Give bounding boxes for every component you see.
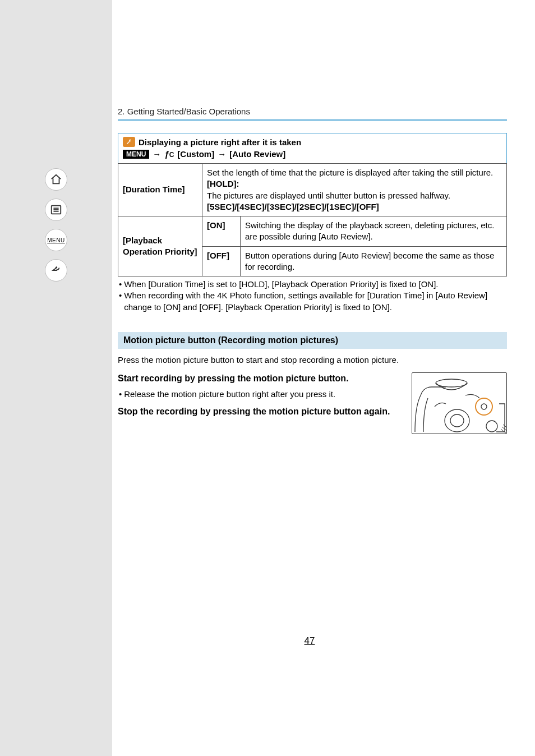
back-arrow-icon [50, 264, 62, 276]
table-row: [Duration Time] Set the length of time t… [118, 164, 507, 216]
breadcrumb: 2. Getting Started/Basic Operations [118, 107, 507, 116]
header-rule [118, 119, 507, 121]
svg-point-10 [486, 421, 497, 432]
main-content: 2. Getting Started/Basic Operations Disp… [112, 0, 535, 756]
opt-off-desc: Button operations during [Auto Review] b… [241, 246, 507, 276]
text-column: Start recording by pressing the motion p… [118, 372, 400, 423]
svg-point-6 [445, 409, 469, 432]
nav-back-button[interactable] [45, 259, 67, 282]
callout-box: Displaying a picture right after it is t… [118, 133, 507, 164]
two-column-block: Start recording by pressing the motion p… [118, 372, 507, 434]
svg-point-9 [481, 404, 487, 409]
nav-toc-button[interactable] [45, 199, 67, 221]
page-number[interactable]: 47 [112, 635, 507, 647]
arrow-1: → [153, 149, 161, 159]
toc-icon [50, 204, 62, 216]
note-1: When [Duration Time] is set to [HOLD], [… [118, 279, 507, 290]
note-2: When recording with the 4K Photo functio… [118, 290, 507, 313]
duration-time-label: [Duration Time] [118, 164, 202, 216]
opt-on: [ON] [202, 216, 241, 247]
custom-label: [Custom] [177, 149, 214, 159]
auto-review-label: [Auto Review] [229, 149, 285, 159]
duration-time-desc: Set the length of time that the picture … [202, 164, 507, 216]
table-row: [Playback Operation Priority] [ON] Switc… [118, 216, 507, 247]
section-heading: Motion picture button (Recording motion … [118, 332, 507, 349]
opt-on-desc: Switching the display of the playback sc… [241, 216, 507, 247]
fc-icon: ƒC [164, 149, 174, 159]
wrench-svg [125, 139, 133, 145]
dt-line2: The pictures are displayed until shutter… [207, 191, 450, 200]
nav-menu-button[interactable]: MENU [45, 229, 67, 251]
opt-off: [OFF] [202, 246, 241, 276]
home-icon [50, 173, 62, 186]
start-instruction: Start recording by pressing the motion p… [118, 372, 400, 385]
dt-hold: [HOLD]: [207, 179, 239, 188]
wrench-icon [123, 137, 135, 147]
intro-text: Press the motion picture button to start… [118, 354, 507, 366]
page-root: MENU 2. Getting Started/Basic Operations… [0, 0, 535, 756]
nav-home-button[interactable] [45, 168, 67, 191]
playback-priority-label: [Playback Operation Priority] [118, 216, 202, 276]
svg-point-7 [450, 414, 464, 427]
callout-title-row: Displaying a picture right after it is t… [123, 137, 502, 147]
notes-block: When [Duration Time] is set to [HOLD], [… [118, 279, 507, 313]
dt-opts: [5SEC]/[4SEC]/[3SEC]/[2SEC]/[1SEC]/[OFF] [207, 202, 379, 211]
menu-path: MENU → ƒC [Custom] → [Auto Review] [123, 149, 502, 159]
sidebar-nav: MENU [0, 0, 112, 756]
stop-instruction: Stop the recording by pressing the motio… [118, 405, 400, 418]
menu-label: MENU [47, 237, 64, 243]
arrow-2: → [218, 149, 226, 159]
camera-svg [412, 373, 507, 434]
svg-point-8 [476, 398, 492, 415]
menu-badge: MENU [123, 150, 149, 159]
callout-title-text: Displaying a picture right after it is t… [139, 137, 301, 147]
camera-illustration [412, 372, 507, 434]
svg-point-5 [436, 379, 467, 387]
settings-table: [Duration Time] Set the length of time t… [118, 163, 507, 276]
release-note: Release the motion picture button right … [118, 389, 400, 399]
dt-line1: Set the length of time that the picture … [207, 168, 493, 177]
